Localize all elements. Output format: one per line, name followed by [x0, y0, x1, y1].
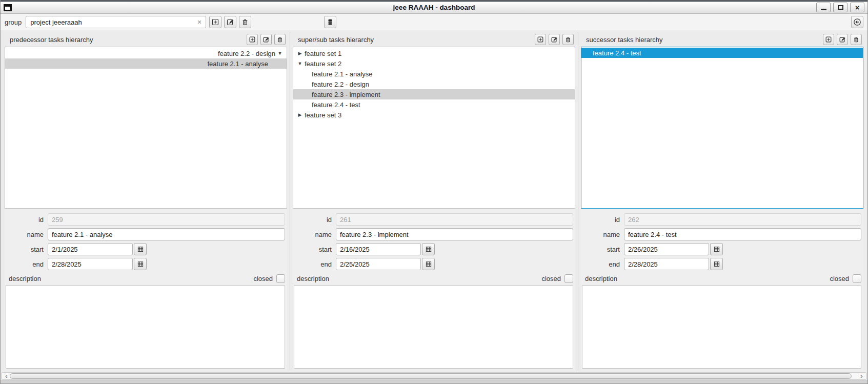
closed-checkbox[interactable]: [853, 274, 861, 283]
panel-title: successor tasks hierarchy: [586, 36, 820, 44]
id-field: [336, 213, 573, 226]
id-field: [624, 213, 861, 226]
tree-item[interactable]: ▶feature set 3: [293, 110, 575, 120]
database-button[interactable]: [324, 16, 336, 28]
name-field[interactable]: [624, 228, 861, 240]
tree-item-label: feature set 3: [304, 111, 342, 119]
start-label: start: [582, 246, 620, 253]
expand-icon[interactable]: ▶: [296, 48, 304, 58]
calendar-icon: [713, 246, 720, 253]
tree-item-label: feature 2.4 - test: [592, 49, 642, 57]
description-textarea[interactable]: [294, 285, 573, 369]
predecessor-delete-button[interactable]: [274, 34, 286, 45]
start-date-field[interactable]: [336, 243, 421, 255]
name-field[interactable]: [48, 228, 285, 240]
group-input[interactable]: [29, 18, 196, 27]
end-date-field[interactable]: [624, 258, 709, 270]
successor-edit-button[interactable]: [837, 34, 848, 45]
end-date-field[interactable]: [336, 258, 421, 270]
tree-item-label: feature 2.3 - implement: [311, 91, 381, 98]
scroll-left-arrow-icon[interactable]: ‹: [3, 373, 10, 379]
supersub-edit-button[interactable]: [549, 34, 560, 45]
panel-title: predecessor tasks hierarchy: [10, 36, 244, 44]
window-bottom-edge: [1, 380, 867, 383]
close-button[interactable]: ×: [850, 3, 864, 12]
description-textarea[interactable]: [6, 285, 285, 369]
maximize-button[interactable]: [833, 3, 847, 12]
closed-label: closed: [830, 275, 849, 282]
closed-checkbox[interactable]: [564, 274, 573, 283]
tree-item-label: feature 2.4 - test: [311, 101, 361, 109]
group-edit-button[interactable]: [224, 16, 236, 28]
tree-item[interactable]: feature 2.2 - design▼: [5, 48, 287, 58]
tree-item-label: feature set 2: [304, 60, 342, 68]
tree-item[interactable]: feature 2.4 - test: [581, 48, 863, 58]
description-textarea[interactable]: [582, 285, 861, 369]
back-button[interactable]: [851, 16, 863, 28]
tree-item[interactable]: ▼feature set 2: [293, 58, 575, 69]
group-label: group: [5, 18, 22, 26]
minimize-button[interactable]: [816, 3, 831, 12]
calendar-icon: [425, 246, 432, 253]
predecessor-edit-button[interactable]: [260, 34, 272, 45]
minimize-icon: [821, 9, 826, 10]
end-calendar-button[interactable]: [710, 258, 723, 270]
name-label: name: [6, 231, 44, 238]
id-label: id: [582, 216, 620, 224]
successor-add-button[interactable]: [823, 34, 834, 45]
app-window: jeee RAAAH - dashboard × group × predece…: [0, 0, 868, 384]
group-delete-button[interactable]: [239, 16, 251, 28]
horizontal-scrollbar[interactable]: ‹ ›: [2, 372, 866, 380]
predecessor-add-button[interactable]: [247, 34, 258, 45]
expand-icon[interactable]: ▶: [296, 110, 304, 120]
name-field[interactable]: [336, 228, 573, 240]
closed-label: closed: [253, 275, 273, 282]
panel-header: predecessor tasks hierarchy: [5, 32, 287, 47]
start-calendar-button[interactable]: [422, 243, 435, 255]
description-label: description: [297, 275, 541, 282]
closed-label: closed: [541, 275, 561, 282]
start-calendar-button[interactable]: [710, 243, 723, 255]
pane-divider[interactable]: [290, 32, 290, 371]
calendar-icon: [137, 246, 144, 253]
trash-icon: [241, 18, 249, 26]
add-icon: [249, 36, 256, 43]
start-label: start: [6, 246, 44, 253]
trash-icon: [564, 36, 572, 43]
tree-item[interactable]: feature 2.4 - test: [293, 99, 575, 110]
pane-divider[interactable]: [578, 32, 578, 371]
tree-item[interactable]: feature 2.1 - analyse: [293, 69, 575, 79]
end-calendar-button[interactable]: [422, 258, 435, 270]
supersub-delete-button[interactable]: [562, 34, 574, 45]
predecessor-tree: feature 2.2 - design▼feature 2.1 - analy…: [5, 47, 287, 209]
predecessor-form: id name start end desc: [5, 209, 287, 371]
end-calendar-button[interactable]: [134, 258, 147, 270]
panel-header: super/sub tasks hierarchy: [293, 32, 575, 47]
scrollbar-thumb[interactable]: [10, 373, 852, 379]
tree-item[interactable]: feature 2.3 - implement: [293, 89, 575, 99]
end-date-field[interactable]: [48, 258, 133, 270]
group-add-button[interactable]: [209, 16, 221, 28]
successor-delete-button[interactable]: [851, 34, 862, 45]
group-entry[interactable]: ×: [26, 16, 206, 28]
trash-icon: [853, 36, 860, 43]
id-label: id: [6, 216, 44, 224]
tree-item-label: feature 2.2 - design: [311, 80, 370, 88]
start-date-field[interactable]: [624, 243, 709, 255]
collapse-icon[interactable]: ▼: [276, 48, 284, 58]
calendar-icon: [425, 260, 432, 268]
successor-form: id name start end desc: [581, 209, 863, 371]
tree-item[interactable]: feature 2.2 - design: [293, 79, 575, 89]
tree-item[interactable]: ▶feature set 1: [293, 48, 575, 58]
scroll-right-arrow-icon[interactable]: ›: [858, 373, 865, 379]
supersub-add-button[interactable]: [535, 34, 546, 45]
clear-x-icon[interactable]: ×: [196, 18, 203, 26]
tree-item-label: feature 2.1 - analyse: [206, 60, 269, 68]
start-date-field[interactable]: [48, 243, 133, 255]
maximize-icon: [838, 5, 843, 10]
tree-item[interactable]: feature 2.1 - analyse: [5, 58, 287, 69]
collapse-icon[interactable]: ▼: [296, 58, 304, 69]
closed-checkbox[interactable]: [276, 274, 285, 283]
tree-item-label: feature set 1: [304, 50, 342, 57]
start-calendar-button[interactable]: [134, 243, 147, 255]
